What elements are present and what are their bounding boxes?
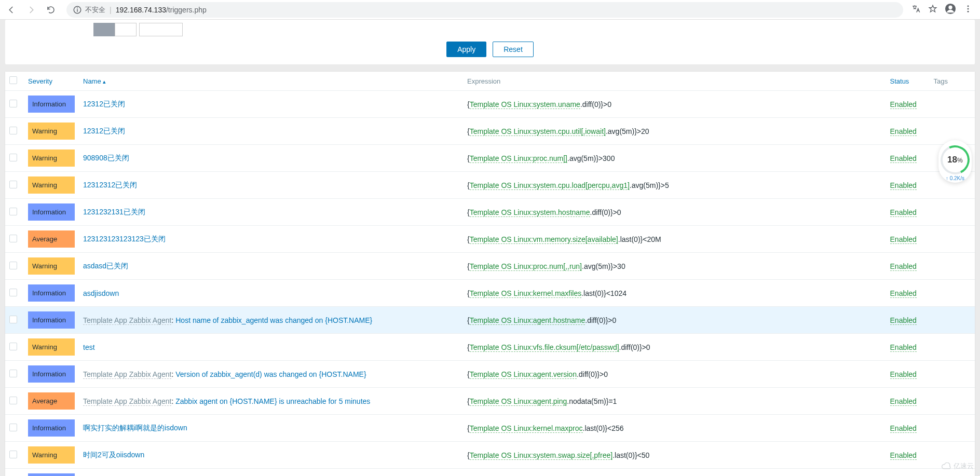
status-link[interactable]: Enabled [890,235,917,244]
table-row: InformationTemplate App Zabbix Agent: Ve… [5,361,975,388]
translate-icon[interactable] [911,4,921,15]
table-header-row: Severity Name ▴ Expression Status Tags [5,72,975,91]
trigger-name-link[interactable]: 12312已关闭 [83,127,125,135]
select-all-checkbox[interactable] [9,76,17,84]
row-checkbox[interactable] [9,289,17,296]
severity-badge: Information [28,203,75,221]
status-link[interactable]: Enabled [890,370,917,379]
expression-template-link[interactable]: Template OS Linux:agent.version [470,370,577,379]
row-checkbox[interactable] [9,208,17,215]
expression-template-link[interactable]: Template OS Linux:proc.num[] [470,154,567,163]
status-link[interactable]: Enabled [890,289,917,298]
row-checkbox[interactable] [9,316,17,323]
status-link[interactable]: Enabled [890,127,917,136]
expression-template-link[interactable]: Template OS Linux:vm.memory.size[availab… [470,235,618,244]
browser-toolbar: 不安全 | 192.168.74.133/triggers.php [0,0,980,20]
expression-template-link[interactable]: Template OS Linux:system.cpu.load[percpu… [470,181,630,190]
status-link[interactable]: Enabled [890,397,917,406]
tags-cell [930,388,975,415]
row-checkbox[interactable] [9,127,17,134]
speed-widget[interactable]: 18% ↑ 0.2K/s [938,140,972,183]
header-status[interactable]: Status [886,72,930,91]
apply-button[interactable]: Apply [446,42,486,57]
status-link[interactable]: Enabled [890,262,917,271]
row-checkbox[interactable] [9,424,17,431]
status-link[interactable]: Enabled [890,181,917,190]
row-checkbox[interactable] [9,397,17,404]
expression-template-link[interactable]: Template OS Linux:system.swap.size[,pfre… [470,451,612,460]
status-link[interactable]: Enabled [890,424,917,433]
forward-button[interactable] [24,3,38,17]
expression-template-link[interactable]: Template OS Linux:system.hostname [470,208,590,217]
expression-template-link[interactable]: Template OS Linux:agent.hostname [470,316,586,325]
cloud-icon [941,463,951,470]
expression-cell: {Template OS Linux:vm.memory.size[availa… [463,226,886,253]
trigger-name-link[interactable]: 12312312已关闭 [83,181,137,189]
table-row: Warningtest{Template OS Linux:vfs.file.c… [5,334,975,361]
site-info[interactable]: 不安全 [73,5,105,15]
trigger-name-link[interactable]: 12312已关闭 [83,100,125,108]
status-link[interactable]: Enabled [890,154,917,163]
template-link[interactable]: Template App Zabbix Agent [83,397,171,406]
severity-badge: Information [28,365,75,383]
profile-icon[interactable] [945,3,956,16]
expression-template-link[interactable]: Template OS Linux:proc.num[,,run] [470,262,582,271]
trigger-name-link[interactable]: 908908已关闭 [83,154,129,162]
row-checkbox[interactable] [9,100,17,107]
back-button[interactable] [4,3,19,17]
expression-cell: {Template OS Linux:system.uptime.change(… [463,469,886,477]
trigger-name-link[interactable]: 时间2可及oiisdown [83,451,144,459]
expression-template-link[interactable]: Template OS Linux:kernel.maxfiles [470,289,582,298]
status-link[interactable]: Enabled [890,316,917,325]
row-checkbox[interactable] [9,262,17,269]
header-name[interactable]: Name ▴ [79,72,463,91]
filter-tab-3[interactable] [139,23,183,36]
speed-ring: 18% [936,141,974,179]
trigger-name-link[interactable]: 123123123123123已关闭 [83,235,166,243]
trigger-name-link[interactable]: asdasd已关闭 [83,262,128,270]
row-checkbox[interactable] [9,235,17,242]
filter-tab-2[interactable] [115,23,137,36]
trigger-name-link[interactable]: test [83,343,95,351]
trigger-name-link[interactable]: 1231232131已关闭 [83,208,145,216]
expression-template-link[interactable]: Template OS Linux:agent.ping [470,397,567,406]
bookmark-star-icon[interactable] [928,4,937,15]
expression-cell: {Template OS Linux:kernel.maxfiles.last(… [463,280,886,307]
tags-cell [930,361,975,388]
trigger-name-link[interactable]: asdjisdown [83,289,119,297]
expression-template-link[interactable]: Template OS Linux:system.cpu.util[,iowai… [470,127,606,136]
expression-cell: {Template OS Linux:system.uname.diff(0)}… [463,91,886,118]
trigger-name-link[interactable]: Zabbix agent on {HOST.NAME} is unreachab… [175,397,370,405]
filter-tab-1[interactable] [93,23,115,36]
reset-button[interactable]: Reset [493,42,534,57]
address-bar[interactable]: 不安全 | 192.168.74.133/triggers.php [66,2,903,18]
severity-badge: Information [28,311,75,329]
table-row: Information阿克苏建档立卡囧的isdown{Template OS L… [5,469,975,477]
expression-template-link[interactable]: Template OS Linux:vfs.file.cksum[/etc/pa… [470,343,619,352]
tags-cell [930,307,975,334]
menu-icon[interactable] [963,4,973,15]
status-link[interactable]: Enabled [890,343,917,352]
severity-badge: Warning [28,446,75,464]
status-link[interactable]: Enabled [890,208,917,217]
row-checkbox[interactable] [9,154,17,161]
trigger-name-link[interactable]: 啊实打实的解耦i啊就是的isdown [83,424,187,432]
reload-button[interactable] [44,3,58,17]
severity-badge: Average [28,392,75,410]
table-row: InformationTemplate App Zabbix Agent: Ho… [5,307,975,334]
expression-template-link[interactable]: Template OS Linux:system.uname [470,100,580,109]
row-checkbox[interactable] [9,451,17,458]
row-checkbox[interactable] [9,181,17,188]
row-checkbox[interactable] [9,370,17,377]
trigger-name-link[interactable]: Version of zabbix_agent(d) was changed o… [175,370,366,378]
status-link[interactable]: Enabled [890,451,917,460]
header-tags: Tags [930,72,975,91]
template-link[interactable]: Template App Zabbix Agent [83,370,171,379]
header-severity[interactable]: Severity [24,72,79,91]
severity-badge: Warning [28,149,75,167]
template-link[interactable]: Template App Zabbix Agent [83,316,171,325]
status-link[interactable]: Enabled [890,100,917,109]
expression-template-link[interactable]: Template OS Linux:kernel.maxproc [470,424,583,433]
trigger-name-link[interactable]: Host name of zabbix_agentd was changed o… [175,316,372,324]
row-checkbox[interactable] [9,343,17,350]
